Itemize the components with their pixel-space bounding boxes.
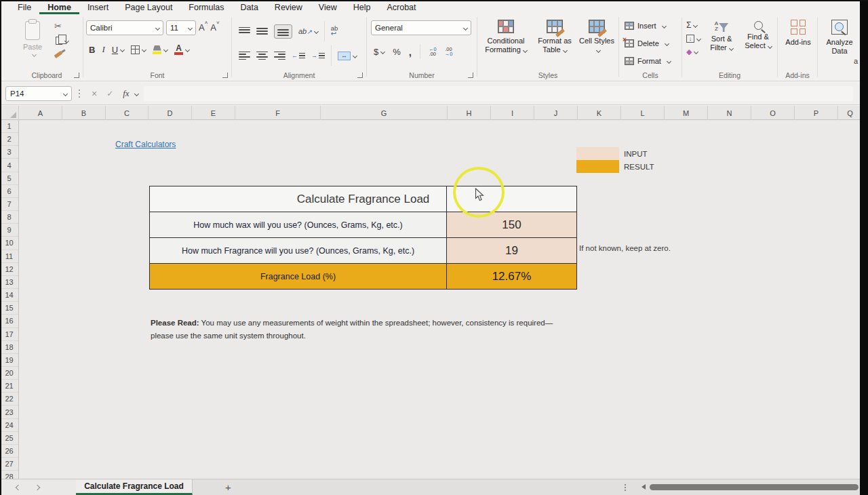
insert-function-icon[interactable]: fx (123, 88, 129, 99)
row-header[interactable]: 19 (0, 354, 18, 367)
row-header[interactable]: 7 (0, 198, 18, 211)
add-ins-button[interactable]: Add-ins (783, 20, 813, 47)
scroll-left-arrow-icon[interactable] (642, 484, 646, 490)
bold-button[interactable]: B (89, 45, 95, 55)
fill-button[interactable]: ↓ (686, 35, 701, 43)
row-header[interactable]: 13 (0, 276, 18, 289)
cut-icon[interactable]: ✂ (54, 22, 62, 31)
column-header[interactable]: Q (838, 106, 860, 120)
wrap-text-button[interactable]: ab↩ (331, 26, 338, 37)
format-cells-button[interactable]: Format (625, 57, 671, 65)
merge-center-button[interactable]: ↔ (338, 52, 357, 60)
clipboard-dialog-launcher[interactable] (74, 73, 79, 78)
table-title-cell[interactable]: Calculate Fragrance Load (150, 186, 576, 212)
underline-button[interactable]: U (112, 45, 124, 55)
row-header[interactable]: 12 (0, 263, 18, 276)
ribbon-tab[interactable]: Help (345, 1, 379, 14)
row-header[interactable]: 5 (0, 172, 18, 185)
previous-sheet-icon[interactable] (16, 484, 21, 490)
row-header[interactable]: 28 (0, 471, 18, 479)
ribbon-tab[interactable]: View (311, 1, 345, 14)
row-header[interactable]: 1 (0, 120, 18, 133)
row-header[interactable]: 23 (0, 405, 18, 418)
column-header[interactable]: I (491, 106, 534, 120)
grow-font-button[interactable]: A˄ (199, 22, 208, 33)
ribbon-tab[interactable]: Formulas (180, 1, 232, 14)
comma-format-button[interactable]: , (409, 46, 412, 58)
ribbon-tab[interactable]: Review (267, 1, 311, 14)
row-header[interactable]: 24 (0, 419, 18, 432)
row-header[interactable]: 3 (0, 146, 18, 159)
value-cell[interactable]: 12.67% (447, 264, 576, 289)
horizontal-scrollbar-thumb[interactable] (650, 484, 859, 490)
row-header[interactable]: 14 (0, 289, 18, 302)
align-center-button[interactable] (256, 52, 268, 60)
shrink-font-button[interactable]: A˅ (210, 22, 219, 33)
row-header[interactable]: 17 (0, 328, 18, 341)
ribbon-tab[interactable]: Home (39, 1, 79, 14)
row-header[interactable]: 9 (0, 224, 18, 237)
font-size-combo[interactable]: 11 (166, 20, 196, 35)
row-header[interactable]: 15 (0, 302, 18, 315)
next-sheet-icon[interactable] (35, 484, 40, 490)
delete-cells-button[interactable]: Delete (625, 39, 669, 47)
column-header[interactable]: N (708, 106, 751, 120)
analyze-data-button[interactable]: Analyze Data (823, 20, 856, 56)
ribbon-tab[interactable]: Acrobat (378, 1, 424, 14)
conditional-formatting-button[interactable]: Conditional Formatting (481, 20, 530, 54)
name-box[interactable]: P14 (5, 86, 72, 101)
find-select-button[interactable]: Find & Select (742, 21, 774, 50)
value-cell[interactable]: 150 (447, 212, 576, 237)
row-header[interactable]: 8 (0, 211, 18, 224)
currency-format-button[interactable]: $ (374, 47, 384, 57)
copy-icon[interactable] (56, 37, 62, 45)
formula-input[interactable] (144, 86, 853, 101)
fill-color-button[interactable] (153, 45, 167, 54)
clear-button[interactable]: ◆ (686, 47, 701, 56)
column-header[interactable]: B (62, 106, 106, 120)
row-header[interactable]: 4 (0, 159, 18, 172)
column-header[interactable]: M (665, 106, 708, 120)
row-header[interactable]: 2 (0, 133, 18, 146)
question-cell[interactable]: How much Fragrance will you use? (Ounces… (150, 238, 447, 263)
row-header[interactable]: 22 (0, 393, 18, 405)
ribbon-tab[interactable]: File (9, 1, 39, 14)
sheet-tab-active[interactable]: Calculate Fragrance Load (76, 479, 193, 495)
select-all-corner[interactable] (0, 106, 19, 120)
column-header[interactable]: O (751, 106, 795, 120)
column-header[interactable]: E (192, 106, 235, 120)
alignment-dialog-launcher[interactable] (357, 73, 363, 78)
column-header[interactable]: P (795, 106, 838, 120)
column-header[interactable]: G (321, 106, 448, 120)
row-header[interactable]: 6 (0, 185, 18, 198)
row-header[interactable]: 20 (0, 367, 18, 380)
font-color-button[interactable]: A (174, 45, 189, 55)
enter-icon[interactable]: ✓ (106, 89, 113, 98)
decrease-decimal-button[interactable]: .00→0 (445, 47, 453, 56)
percent-format-button[interactable]: % (393, 47, 401, 57)
align-left-button[interactable] (239, 52, 250, 60)
row-header[interactable]: 26 (0, 445, 18, 458)
column-header[interactable]: L (621, 106, 665, 120)
format-painter-icon[interactable] (54, 51, 63, 58)
align-middle-button[interactable] (256, 27, 268, 36)
align-bottom-button[interactable] (274, 24, 292, 39)
format-as-table-button[interactable]: Format as Table (534, 20, 575, 54)
row-header[interactable]: 25 (0, 432, 18, 445)
insert-cells-button[interactable]: Insert (625, 22, 666, 30)
ribbon-tab[interactable]: Insert (79, 1, 117, 14)
row-header[interactable]: 27 (0, 458, 18, 471)
ribbon-tab[interactable]: Page Layout (117, 1, 180, 14)
column-header[interactable]: F (235, 106, 321, 120)
increase-indent-button[interactable]: → (311, 52, 325, 60)
new-sheet-button[interactable]: + (225, 481, 231, 493)
row-header[interactable]: 11 (0, 250, 18, 263)
font-dialog-launcher[interactable] (222, 73, 228, 78)
font-name-combo[interactable]: Calibri (86, 20, 163, 35)
row-header[interactable]: 21 (0, 380, 18, 393)
number-format-select[interactable]: General (371, 20, 471, 35)
autosum-button[interactable]: Σ (686, 20, 701, 30)
column-header[interactable]: D (149, 106, 192, 120)
column-header[interactable]: J (534, 106, 578, 120)
increase-decimal-button[interactable]: ←0.00 (429, 47, 437, 56)
